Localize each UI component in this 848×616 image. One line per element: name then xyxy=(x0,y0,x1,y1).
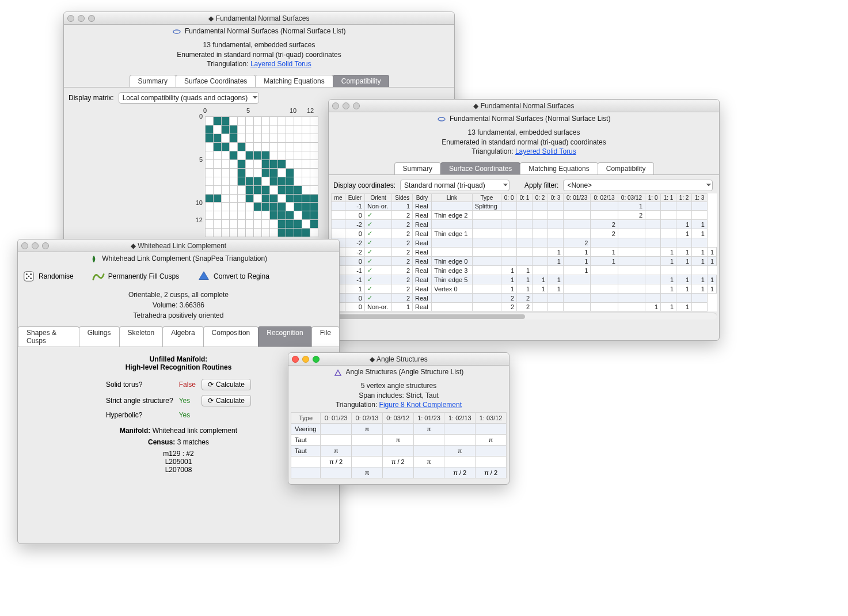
compatibility-matrix xyxy=(205,116,318,237)
display-matrix-select[interactable]: Local compatibility (quads and octagons) xyxy=(119,92,259,104)
summary-line-1: 5 vertex angle structures xyxy=(361,382,436,390)
tab-matching-equations[interactable]: Matching Equations xyxy=(255,75,333,87)
tab-surface-coordinates[interactable]: Surface Coordinates xyxy=(440,162,520,174)
fill-cusps-icon xyxy=(92,270,105,283)
window-title: Fundamental Normal Surfaces xyxy=(216,14,310,22)
close-icon[interactable] xyxy=(21,242,28,249)
randomise-label: Randomise xyxy=(39,272,74,280)
strict-angle-label: Strict angle structure? xyxy=(105,394,174,407)
snappea-icon xyxy=(90,255,98,263)
dice-icon xyxy=(22,270,35,283)
titlebar[interactable]: ◆ Fundamental Normal Surfaces xyxy=(64,12,454,25)
close-icon[interactable] xyxy=(292,356,299,363)
display-coord-label: Display coordinates: xyxy=(333,181,396,189)
diamond-icon: ◆ xyxy=(370,355,377,363)
svg-point-7 xyxy=(28,275,30,277)
tab-shapes-cusps[interactable]: Shapes & Cusps xyxy=(18,326,79,347)
close-icon[interactable] xyxy=(67,15,74,22)
minimize-icon[interactable] xyxy=(343,102,349,109)
summary-line-1: 13 fundamental, embedded surfaces xyxy=(468,128,580,136)
tab-bar: SummarySurface CoordinatesMatching Equat… xyxy=(329,162,719,174)
window-title: Fundamental Normal Surfaces xyxy=(481,102,575,110)
calculate-button[interactable]: ⟳ Calculate xyxy=(201,395,251,406)
hyperbolic-value: Yes xyxy=(178,410,196,420)
tab-recognition[interactable]: Recognition xyxy=(258,326,311,347)
triangulation-link[interactable]: Layered Solid Torus xyxy=(515,147,576,155)
subtitle: Whitehead Link Complement (SnapPea Trian… xyxy=(102,254,267,263)
svg-point-4 xyxy=(30,273,32,275)
summary-line-2: Span includes: Strict, Taut xyxy=(359,391,439,400)
surface-table[interactable]: meEulerOrientSidesBdryLinkType0: 00: 10:… xyxy=(331,193,717,311)
hscrollbar[interactable] xyxy=(331,313,717,320)
solid-torus-value: False xyxy=(178,378,196,391)
window-title: Angle Structures xyxy=(377,355,428,363)
titlebar[interactable]: ◆ Fundamental Normal Surfaces xyxy=(329,100,719,112)
titlebar[interactable]: ◆ Whitehead Link Complement xyxy=(18,239,339,252)
diamond-icon: ◆ xyxy=(473,102,480,110)
titlebar[interactable]: ◆ Angle Structures xyxy=(288,353,509,366)
convert-regina-icon xyxy=(197,270,210,283)
surface-list-icon xyxy=(173,28,181,36)
tab-matching-equations[interactable]: Matching Equations xyxy=(520,162,598,174)
window-surface-coords: ◆ Fundamental Normal Surfaces Fundamenta… xyxy=(328,99,720,341)
display-coord-select[interactable]: Standard normal (tri-quad) xyxy=(400,180,509,191)
close-icon[interactable] xyxy=(332,102,339,109)
tab-summary[interactable]: Summary xyxy=(394,162,441,174)
tab-surface-coordinates[interactable]: Surface Coordinates xyxy=(176,75,256,87)
tab-summary[interactable]: Summary xyxy=(130,75,176,87)
subtitle: Fundamental Normal Surfaces (Normal Surf… xyxy=(185,27,345,35)
tab-skeleton[interactable]: Skeleton xyxy=(119,326,163,347)
triangulation-link[interactable]: Layered Solid Torus xyxy=(250,60,311,68)
info1: Orientable, 2 cusps, all complete xyxy=(128,291,229,299)
recog-head1: Unfilled Manifold: xyxy=(150,355,208,363)
diamond-icon: ◆ xyxy=(208,14,215,22)
summary-line-2: Enumerated in standard normal (tri-quad)… xyxy=(177,51,341,59)
minimize-icon[interactable] xyxy=(302,356,309,363)
zoom-icon[interactable] xyxy=(88,15,95,22)
tab-composition[interactable]: Composition xyxy=(203,326,259,347)
filter-select[interactable]: <None> xyxy=(563,180,713,191)
subtitle: Fundamental Normal Surfaces (Normal Surf… xyxy=(450,115,610,123)
tab-compatibility[interactable]: Compatibility xyxy=(333,75,390,87)
diamond-icon: ◆ xyxy=(131,242,138,250)
svg-point-3 xyxy=(26,273,28,275)
tab-bar: SummarySurface CoordinatesMatching Equat… xyxy=(64,75,454,87)
summary-line-1: 13 fundamental, embedded surfaces xyxy=(203,41,315,49)
recognition-table: Solid torus? False ⟳ Calculate Strict an… xyxy=(101,375,256,423)
svg-marker-8 xyxy=(199,272,209,280)
fill-cusps-tool[interactable]: Permanently Fill Cusps xyxy=(92,270,179,283)
tab-gluings[interactable]: Gluings xyxy=(79,326,120,347)
zoom-icon[interactable] xyxy=(353,102,360,109)
tab-bar: Shapes & CuspsGluingsSkeletonAlgebraComp… xyxy=(18,326,339,347)
svg-point-0 xyxy=(173,30,180,33)
window-angle-structures: ◆ Angle Structures Angle Structures (Ang… xyxy=(288,352,509,485)
census-value: 3 matches xyxy=(177,438,209,446)
minimize-icon[interactable] xyxy=(32,242,39,249)
svg-marker-9 xyxy=(335,370,341,375)
info2: Volume: 3.66386 xyxy=(153,301,204,309)
convert-regina-tool[interactable]: Convert to Regina xyxy=(197,270,269,283)
angle-table[interactable]: Type0: 01/230: 02/130: 03/121: 01/231: 0… xyxy=(291,412,507,478)
refresh-icon: ⟳ xyxy=(208,397,214,405)
strict-angle-value: Yes xyxy=(178,394,196,407)
tab-file[interactable]: File xyxy=(311,326,340,347)
refresh-icon: ⟳ xyxy=(208,381,214,389)
surface-list-icon xyxy=(438,115,446,123)
tab-algebra[interactable]: Algebra xyxy=(162,326,203,347)
zoom-icon[interactable] xyxy=(42,242,49,249)
randomise-tool[interactable]: Randomise xyxy=(22,270,74,283)
subtitle: Angle Structures (Angle Structure List) xyxy=(345,368,463,376)
triangulation-label: Triangulation: xyxy=(471,147,513,155)
fill-cusps-label: Permanently Fill Cusps xyxy=(108,272,179,280)
triangulation-label: Triangulation: xyxy=(207,60,248,68)
hyperbolic-label: Hyperbolic? xyxy=(105,410,174,420)
tab-compatibility[interactable]: Compatibility xyxy=(598,162,655,174)
calculate-button[interactable]: ⟳ Calculate xyxy=(201,379,251,390)
minimize-icon[interactable] xyxy=(78,15,85,22)
info3: Tetrahedra positively oriented xyxy=(134,311,224,320)
manifold-label: Manifold: xyxy=(120,427,150,435)
triangulation-link[interactable]: Figure 8 Knot Complement xyxy=(379,401,462,409)
recog-head2: High-level Recognition Routines xyxy=(126,363,232,371)
svg-point-1 xyxy=(438,117,445,121)
zoom-icon[interactable] xyxy=(313,356,320,363)
